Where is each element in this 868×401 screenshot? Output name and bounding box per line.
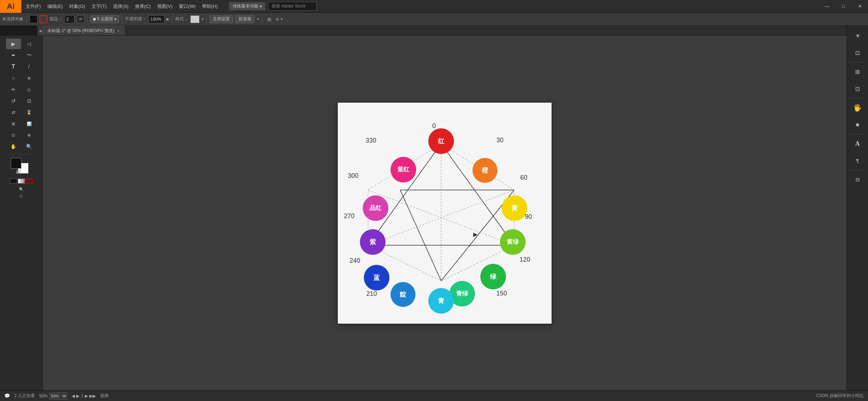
- warp-tool[interactable]: ⌛: [22, 107, 37, 118]
- opacity-arrow[interactable]: ▶: [166, 17, 169, 21]
- artboard-tool[interactable]: ⊡: [20, 194, 23, 199]
- foreground-color-swatch[interactable]: [11, 158, 21, 169]
- document-tab[interactable]: 未标题-1* @ 50% (RGB/GPU 预览) ×: [43, 26, 124, 35]
- chart-tool[interactable]: 📊: [22, 118, 37, 129]
- circle-indigo: 靛: [391, 282, 415, 307]
- artboard: 0 30 60 90 120 150 180 210 240 270 300 3…: [338, 103, 552, 324]
- menu-edit[interactable]: 编辑(E): [45, 2, 66, 11]
- perspective-tool[interactable]: ⊞: [6, 118, 21, 129]
- workspace-dropdown[interactable]: 传统基本功能▾: [229, 2, 265, 10]
- menu-window[interactable]: 窗口(W): [176, 2, 198, 11]
- degree-60: 60: [520, 174, 527, 181]
- degree-240: 240: [350, 257, 360, 264]
- style-box[interactable]: [190, 15, 200, 23]
- properties-icon[interactable]: 🖐: [850, 100, 866, 115]
- stroke-width[interactable]: 2: [64, 15, 74, 23]
- opacity-label: 不透明度：: [125, 16, 146, 22]
- next-step[interactable]: ▶: [85, 394, 88, 399]
- zoom-select[interactable]: 50%75%100%: [49, 392, 67, 400]
- none-swatch[interactable]: [26, 179, 33, 184]
- menu-view[interactable]: 视图(V): [154, 2, 175, 11]
- next-page[interactable]: ▶▶: [89, 394, 96, 399]
- degree-330: 330: [366, 137, 376, 144]
- layers-icon[interactable]: ⊞: [850, 64, 866, 79]
- crop-tool[interactable]: ⊡: [6, 130, 21, 140]
- tab-close-btn[interactable]: ×: [117, 29, 119, 33]
- circle-blue: 蓝: [364, 265, 389, 291]
- hand-tool[interactable]: ✋: [6, 141, 21, 152]
- doc-settings-btn[interactable]: 文档设置: [210, 15, 233, 23]
- menu-bar: 文件(F) 编辑(E) 对象(O) 文字(T) 选择(S) 效果(C) 视图(V…: [21, 0, 222, 12]
- menu-text[interactable]: 文字(T): [89, 2, 110, 11]
- toolbar: 未选择对象 描边： 2 ⇌ 5 点圆形 ▾ 不透明度： 100% ▶ 样式： ▾…: [0, 13, 868, 26]
- align-right-icon[interactable]: ≡: [276, 16, 279, 22]
- viewers-count: 2 人正在看: [14, 393, 35, 399]
- align-dropdown[interactable]: ▾: [281, 17, 283, 21]
- character-A[interactable]: A: [850, 136, 866, 151]
- degree-300: 300: [348, 172, 358, 180]
- pen-tool[interactable]: ✒: [6, 50, 21, 61]
- left-tools: ▶ ◁ ✒ 〜 T / ○ ⊕ ✏ ◇ ↺ ⊡ ⇄ ⌛ ⊞ 📊 ⊡ ⊕ ✋ 🔍 …: [0, 36, 43, 390]
- close-button[interactable]: ✕: [852, 0, 868, 13]
- ellipse-tool[interactable]: ○: [6, 73, 21, 83]
- artboards-icon[interactable]: ⊡: [850, 81, 866, 97]
- menu-select[interactable]: 选择(S): [110, 2, 131, 11]
- fill-color[interactable]: [30, 15, 37, 23]
- sun-icon[interactable]: ☀: [850, 28, 866, 43]
- titlebar: Ai 文件(F) 编辑(E) 对象(O) 文字(T) 选择(S) 效果(C) 视…: [0, 0, 868, 13]
- pencil-tool[interactable]: ✏: [6, 84, 21, 95]
- arrange-icon[interactable]: ⊞: [265, 16, 274, 22]
- paragraph-icon[interactable]: ¶: [850, 153, 866, 169]
- stroke-color[interactable]: [40, 15, 47, 23]
- zoom-controls: 50% 50%75%100%: [39, 392, 67, 400]
- print-tool[interactable]: ⊕: [22, 130, 37, 140]
- maximize-button[interactable]: □: [835, 0, 852, 13]
- prev-step[interactable]: ▶: [76, 394, 79, 399]
- direct-select-tool[interactable]: ◁: [22, 38, 37, 49]
- select-tool[interactable]: ▶: [6, 38, 21, 49]
- svg-line-4: [400, 190, 441, 281]
- prev-page[interactable]: ◀: [72, 394, 75, 399]
- curvature-tool[interactable]: 〜: [22, 50, 37, 61]
- style-arrow[interactable]: ▾: [202, 17, 203, 21]
- menu-object[interactable]: 对象(O): [66, 2, 88, 11]
- eraser-tool[interactable]: ◇: [22, 84, 37, 95]
- zoom-tool[interactable]: 🔍: [22, 141, 37, 152]
- preferences-btn[interactable]: 首选项: [235, 15, 254, 23]
- canvas-area: 0 30 60 90 120 150 180 210 240 270 300 3…: [43, 36, 847, 390]
- csdn-credit: CSDN @杨同学的小同志: [816, 393, 864, 399]
- svg-line-0: [441, 144, 514, 245]
- black-swatch[interactable]: [10, 179, 17, 184]
- swap-colors-icon[interactable]: ⇌: [16, 168, 21, 176]
- menu-effect[interactable]: 效果(C): [132, 2, 154, 11]
- menu-file[interactable]: 文件(F): [23, 2, 44, 11]
- degree-0: 0: [432, 122, 436, 130]
- gray-swatch[interactable]: [18, 179, 25, 184]
- left-panel-toggle[interactable]: ◀: [37, 26, 43, 36]
- circle-rose: 紫红: [391, 157, 416, 182]
- menu-help[interactable]: 帮助(H): [199, 2, 221, 11]
- degree-270: 270: [344, 212, 355, 220]
- no-selection-label: 未选择对象: [2, 16, 24, 22]
- rotate-tool[interactable]: ↺: [6, 96, 21, 106]
- brush-type[interactable]: 5 点圆形 ▾: [91, 15, 119, 23]
- stock-search[interactable]: 搜索 Adobe Stock: [268, 2, 316, 11]
- libraries-icon[interactable]: ♣: [850, 117, 866, 133]
- eyedropper-btn[interactable]: 🔍: [19, 187, 24, 192]
- align-icon[interactable]: ⊟: [850, 172, 866, 187]
- brush-dot: [93, 18, 96, 21]
- status-text: 选择: [100, 393, 109, 399]
- reflect-tool[interactable]: ⇄: [6, 107, 21, 118]
- degree-120: 120: [520, 256, 530, 263]
- expand-icon[interactable]: ⊡: [850, 45, 866, 61]
- circle-purple: 紫: [360, 229, 386, 255]
- opacity-value[interactable]: 100%: [149, 15, 164, 23]
- minimize-button[interactable]: —: [819, 0, 835, 13]
- line-tool[interactable]: /: [22, 61, 37, 72]
- transform-tool[interactable]: ⊡: [22, 96, 37, 106]
- text-tool[interactable]: T: [6, 61, 21, 72]
- prefs-dropdown[interactable]: ▾: [257, 17, 259, 21]
- shape-builder-tool[interactable]: ⊕: [22, 73, 37, 83]
- right-panel: ☀ ⊡ ⊞ ⊡ 🖐 ♣ A ¶ ⊟: [847, 26, 868, 390]
- circle-yellow: 黄: [502, 195, 527, 221]
